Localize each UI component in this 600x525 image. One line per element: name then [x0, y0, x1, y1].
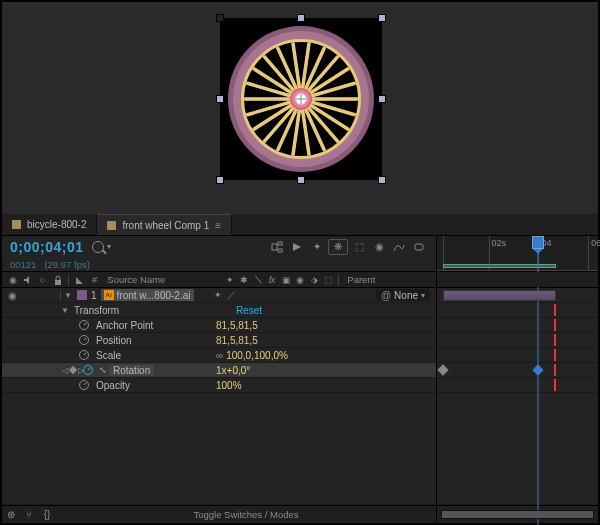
- label-column-icon[interactable]: ◣: [73, 274, 86, 286]
- lock-column-icon[interactable]: [51, 274, 64, 286]
- motion-blur-button[interactable]: ◉: [370, 239, 388, 255]
- keyframe-navigator[interactable]: ◁ ▷: [62, 366, 84, 375]
- transform-handle[interactable]: [216, 14, 224, 22]
- draft-3d-button[interactable]: ✦: [308, 239, 326, 255]
- prop-value[interactable]: ∞100,0,100,0%: [212, 350, 292, 361]
- prop-value[interactable]: 81,5,81,5: [212, 335, 262, 346]
- ruler-tick: 06s: [588, 236, 600, 270]
- svg-rect-5: [55, 280, 61, 285]
- timeline-options-button[interactable]: ⊕: [2, 509, 20, 520]
- search-icon: [92, 241, 104, 253]
- comp-icon: [12, 220, 21, 229]
- comp-icon: [107, 221, 116, 230]
- pickwhip-icon[interactable]: @: [381, 290, 391, 300]
- anchor-point-icon[interactable]: [296, 94, 306, 104]
- layer-bounding-box[interactable]: [220, 18, 382, 180]
- transform-group-label: Transform: [70, 305, 123, 316]
- timeline-search[interactable]: ▾: [92, 241, 111, 253]
- add-key-button[interactable]: [69, 366, 77, 374]
- transform-handle[interactable]: [216, 95, 224, 103]
- transform-handle[interactable]: [297, 14, 305, 22]
- tab-front-wheel[interactable]: front wheel Comp 1 ≡: [97, 214, 232, 235]
- transform-handle[interactable]: [297, 176, 305, 184]
- transform-handle[interactable]: [216, 176, 224, 184]
- index-column[interactable]: #: [88, 274, 101, 285]
- tab-bicycle[interactable]: bicycle-800-2: [2, 214, 97, 235]
- svg-rect-0: [272, 244, 277, 250]
- shy-bones-button[interactable]: ⑂: [20, 509, 38, 520]
- stopwatch-icon[interactable]: [79, 380, 89, 390]
- tab-menu-icon[interactable]: ≡: [215, 220, 221, 231]
- prop-value[interactable]: 100%: [212, 380, 246, 391]
- layer-name: front w...800-2.ai: [117, 290, 191, 301]
- prop-value[interactable]: 81,5,81,5: [212, 320, 262, 331]
- marker: [554, 364, 556, 376]
- tab-label: bicycle-800-2: [27, 219, 86, 230]
- comp-flowchart-button[interactable]: [268, 239, 286, 255]
- brainstorm-button[interactable]: [410, 239, 428, 255]
- shy-button[interactable]: ❋: [328, 239, 348, 255]
- quality-switch[interactable]: ／: [225, 289, 238, 301]
- parent-column[interactable]: Parent: [343, 274, 379, 285]
- keyframe[interactable]: [533, 364, 544, 375]
- prop-label: Opacity: [92, 380, 134, 391]
- render-toggle-button[interactable]: {}: [38, 509, 56, 520]
- marker: [554, 334, 556, 346]
- solo-column-icon[interactable]: ○: [36, 274, 49, 286]
- transform-handle[interactable]: [378, 14, 386, 22]
- tab-label: front wheel Comp 1: [122, 220, 209, 231]
- prop-label[interactable]: Rotation: [109, 365, 154, 376]
- collapse-transform-switch[interactable]: ✦: [212, 289, 225, 301]
- prop-value[interactable]: 1x+0,0°: [212, 365, 254, 376]
- prev-key-button[interactable]: ◁: [62, 366, 68, 375]
- stopwatch-icon[interactable]: [79, 350, 89, 360]
- svg-rect-2: [278, 249, 282, 252]
- stopwatch-icon[interactable]: [79, 320, 89, 330]
- twirl-layer[interactable]: ▼: [63, 291, 73, 300]
- video-toggle[interactable]: ◉: [6, 290, 19, 301]
- current-time-indicator[interactable]: [532, 236, 544, 249]
- keyframe[interactable]: [437, 364, 448, 375]
- constrain-icon[interactable]: ∞: [216, 350, 223, 361]
- audio-column-icon[interactable]: [21, 274, 34, 286]
- layer-index: 1: [87, 290, 101, 301]
- chevron-down-icon: ▾: [421, 291, 425, 300]
- prop-label: Position: [92, 335, 136, 346]
- navigator-thumb[interactable]: [442, 511, 593, 518]
- transform-handle[interactable]: [378, 176, 386, 184]
- twirl-transform[interactable]: ▼: [60, 306, 70, 315]
- work-area-end-marker[interactable]: [554, 304, 556, 316]
- fps-label: (29.97 fps): [44, 259, 89, 270]
- render-queue-button[interactable]: [288, 239, 306, 255]
- marker: [554, 349, 556, 361]
- toggle-switches-modes[interactable]: Toggle Switches / Modes: [56, 509, 436, 520]
- current-timecode[interactable]: 0;00;04;01: [10, 239, 84, 255]
- time-navigator[interactable]: [441, 510, 594, 519]
- stopwatch-icon[interactable]: [83, 365, 93, 375]
- marker: [554, 379, 556, 391]
- layer-name-chip[interactable]: Ai front w...800-2.ai: [101, 289, 194, 301]
- graph-editor-button[interactable]: [390, 239, 408, 255]
- graph-icon[interactable]: ⤡: [96, 364, 109, 376]
- marker: [554, 319, 556, 331]
- work-area-bar[interactable]: [443, 264, 556, 268]
- time-ruler[interactable]: 02s 04 06s: [437, 236, 598, 271]
- video-column-icon[interactable]: ◉: [6, 274, 19, 286]
- svg-rect-4: [415, 244, 423, 250]
- current-frame[interactable]: 00121: [10, 259, 36, 270]
- frame-blend-button[interactable]: ⬚: [350, 239, 368, 255]
- switches-columns[interactable]: ✦✱＼fx▣◉⬗⬚: [223, 274, 334, 286]
- chevron-down-icon: ▾: [107, 242, 111, 251]
- layer-duration-bar[interactable]: [443, 290, 556, 301]
- illustrator-icon: Ai: [104, 290, 114, 300]
- source-name-column[interactable]: Source Name: [103, 274, 221, 285]
- label-color[interactable]: [77, 290, 87, 300]
- prop-label: Anchor Point: [92, 320, 157, 331]
- parent-dropdown[interactable]: @ None ▾: [376, 289, 430, 301]
- composition-viewer[interactable]: [2, 2, 598, 214]
- transform-handle[interactable]: [378, 95, 386, 103]
- timeline-tabs: bicycle-800-2 front wheel Comp 1 ≡: [2, 214, 598, 236]
- prop-label: Scale: [92, 350, 125, 361]
- stopwatch-icon[interactable]: [79, 335, 89, 345]
- reset-button[interactable]: Reset: [232, 305, 266, 316]
